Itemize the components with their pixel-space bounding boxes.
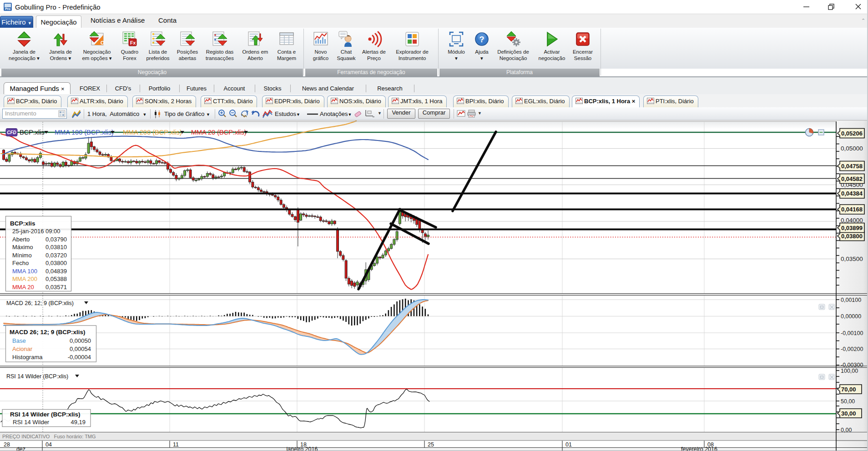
svg-text:MMA 20 (BCP:xlis): MMA 20 (BCP:xlis): [191, 129, 247, 136]
svg-text:0,05206: 0,05206: [841, 130, 863, 137]
svg-text:30,00: 30,00: [841, 410, 856, 417]
svg-text:0,04384: 0,04384: [841, 190, 863, 197]
svg-text:0,00050: 0,00050: [70, 337, 91, 344]
svg-text:BCP:xlis: BCP:xlis: [20, 129, 45, 136]
svg-text:MMA 20: MMA 20: [12, 284, 34, 291]
svg-text:0,03500: 0,03500: [841, 256, 863, 262]
svg-text:-0,00200: -0,00200: [841, 346, 863, 352]
svg-text:RSI 14 Wilder (BCP:xlis): RSI 14 Wilder (BCP:xlis): [10, 411, 80, 418]
svg-text:-0,00100: -0,00100: [841, 330, 863, 336]
svg-text:Aberto: Aberto: [12, 236, 30, 243]
svg-text:28: 28: [4, 441, 10, 448]
svg-text:MMA 200: MMA 200: [12, 276, 37, 282]
svg-text:MMA 100 (BCP:xlis): MMA 100 (BCP:xlis): [55, 129, 114, 136]
svg-text:Fx: Fx: [130, 40, 136, 45]
svg-text:25: 25: [428, 441, 434, 448]
svg-text:0,03810: 0,03810: [45, 244, 67, 251]
svg-text:Máximo: Máximo: [12, 244, 33, 251]
svg-text:Pro: Pro: [5, 7, 10, 10]
svg-text:Histograma: Histograma: [12, 354, 43, 361]
svg-text:Mínimo: Mínimo: [12, 252, 32, 259]
svg-text:0,00100: 0,00100: [841, 297, 861, 303]
svg-text:MMA 200 (BCP:xlis): MMA 200 (BCP:xlis): [123, 129, 182, 136]
svg-text:O: O: [101, 40, 105, 45]
svg-text:70,00: 70,00: [841, 386, 856, 393]
svg-text:01: 01: [565, 441, 572, 448]
svg-text:25-jan-2016 09:00: 25-jan-2016 09:00: [12, 228, 61, 235]
svg-text:11: 11: [173, 441, 179, 448]
svg-text:Fecho: Fecho: [12, 260, 29, 266]
svg-text:BCP:xlis: BCP:xlis: [10, 220, 35, 227]
svg-text:04: 04: [45, 441, 52, 448]
svg-text:MMA 100: MMA 100: [12, 268, 37, 275]
svg-text:49,19: 49,19: [71, 419, 86, 426]
svg-text:100,00: 100,00: [841, 368, 858, 374]
svg-text:0,05388: 0,05388: [45, 276, 67, 282]
svg-text:0,03571: 0,03571: [45, 284, 67, 291]
svg-text:0,04168: 0,04168: [841, 206, 863, 213]
svg-text:0,00054: 0,00054: [70, 346, 91, 352]
svg-text:-0,00004: -0,00004: [68, 354, 91, 361]
svg-text:0,03800: 0,03800: [45, 260, 67, 266]
svg-text:Acionar: Acionar: [12, 346, 33, 352]
svg-text:RSI 14 Wilder (BCP:xlis): RSI 14 Wilder (BCP:xlis): [6, 373, 68, 380]
svg-text:CFD: CFD: [7, 130, 16, 135]
svg-text:0,04839: 0,04839: [45, 268, 67, 275]
svg-text:-0,00300: -0,00300: [841, 362, 863, 368]
svg-text:0,03899: 0,03899: [841, 225, 863, 231]
svg-text:Base: Base: [12, 337, 26, 344]
svg-text:RSI 14 Wilder: RSI 14 Wilder: [13, 419, 50, 426]
svg-text:0,03790: 0,03790: [45, 236, 67, 243]
svg-text:0,04582: 0,04582: [841, 175, 863, 182]
svg-text:0,03800: 0,03800: [841, 233, 863, 240]
svg-text:0,03720: 0,03720: [45, 252, 67, 259]
svg-text:0,00: 0,00: [841, 427, 852, 433]
svg-text:?: ?: [479, 35, 484, 44]
svg-text:50,00: 50,00: [841, 398, 855, 405]
svg-text:MACD 26; 12; 9 (BCP:xlis): MACD 26; 12; 9 (BCP:xlis): [10, 329, 86, 336]
svg-text:0,05000: 0,05000: [841, 145, 863, 152]
svg-text:0,00000: 0,00000: [841, 313, 861, 320]
svg-text:MACD 26; 12; 9 (BCP:xlis): MACD 26; 12; 9 (BCP:xlis): [6, 300, 74, 306]
svg-text:PREÇO INDICATIVO Fuso horári: PREÇO INDICATIVO Fuso horário: TMG: [2, 434, 96, 439]
svg-text:0,04758: 0,04758: [841, 163, 863, 170]
